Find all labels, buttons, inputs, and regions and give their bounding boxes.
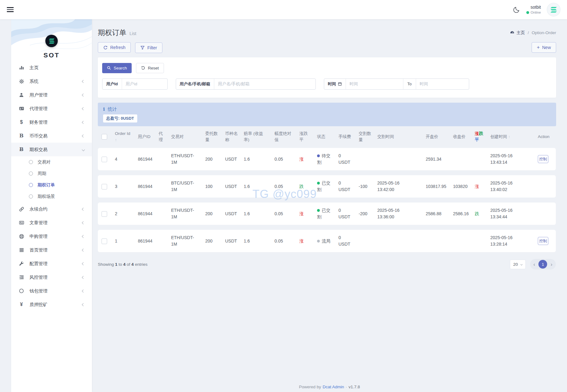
sidebar-item-文章管理[interactable]: 文章管理 [11, 216, 92, 229]
next-page-button[interactable]: › [551, 262, 552, 267]
newspaper-icon [18, 220, 25, 225]
table-header-row: Order Id↑用户ID代理交易对委托数量币种名称赔率 (收益率)幅度绝对值涨… [98, 131, 556, 143]
sidebar-item-配置管理[interactable]: 配置管理 [11, 257, 92, 270]
sidebar-logo[interactable] [45, 35, 58, 47]
cell-settle_qty [359, 230, 377, 252]
user-info[interactable]: sotbit Online [526, 4, 541, 15]
cell-id: 1 [115, 230, 138, 252]
submenu-dot-icon [29, 183, 33, 187]
table-row: 3861944BTC/USDT-1M100USDT1.60.05跌已交割0 US… [98, 175, 556, 198]
hamburger-menu-icon[interactable] [7, 6, 14, 13]
column-header-uid: 用户ID [138, 131, 159, 143]
chevron-left-icon [82, 107, 85, 110]
cell-uid: 861944 [138, 230, 159, 252]
refresh-button[interactable]: Refresh [98, 42, 131, 53]
search-button[interactable]: Search [102, 63, 132, 73]
filter-button[interactable]: Filter [135, 42, 162, 53]
control-button[interactable]: 控制 [538, 237, 548, 245]
sidebar-item-代理管理[interactable]: 代理管理 [11, 102, 92, 115]
chevron-left-icon [82, 207, 85, 211]
page-size-select[interactable]: 20 [510, 260, 526, 269]
cell-amp: 0.05 [274, 148, 299, 170]
sidebar-item-质押挖矿[interactable]: ¥质押挖矿 [11, 298, 92, 311]
sidebar-item-系统[interactable]: 系统 [11, 74, 92, 88]
time-to-input[interactable] [416, 79, 469, 89]
row-checkbox[interactable] [102, 238, 107, 244]
sidebar-item-期权交易[interactable]: Ƀ期权交易 [11, 143, 92, 156]
breadcrumb-separator: / [528, 30, 529, 35]
select-all-checkbox[interactable] [102, 134, 107, 140]
avatar[interactable] [547, 3, 560, 16]
statistics-title: 统计 [108, 106, 117, 112]
status-dot [317, 182, 320, 185]
sidebar-subitem-label: 期权订单 [38, 182, 55, 188]
time-from-input[interactable] [346, 79, 403, 89]
letter-b-icon: B [18, 133, 25, 138]
cell-pair: ETH/USDT-1M [171, 148, 205, 170]
cell-close: 2586.16 [453, 203, 475, 225]
cell-open: 103817.95 [426, 175, 453, 198]
sidebar-item-钱包管理[interactable]: 钱包管理 [11, 284, 92, 298]
chevron-left-icon [82, 134, 85, 137]
dcat-admin-link[interactable]: Dcat Admin [323, 385, 344, 389]
cell-checkbox [98, 175, 115, 198]
chevron-left-icon [82, 289, 85, 292]
sidebar-subitem-周期[interactable]: 周期 [11, 168, 92, 179]
sidebar-item-用户管理[interactable]: 用户管理 [11, 88, 92, 102]
brand-name: SOT [11, 51, 92, 59]
sidebar-item-主页[interactable]: 主页 [11, 61, 92, 74]
filter-time-range: 时间 To [324, 78, 469, 90]
dark-mode-moon-icon[interactable] [513, 6, 520, 13]
prev-page-button[interactable]: ‹ [533, 262, 535, 267]
user-name-input[interactable] [214, 79, 315, 89]
sidebar-item-label: 永续合约 [29, 206, 48, 212]
sidebar-item-label: 期权交易 [29, 147, 48, 153]
sidebar-item-永续合约[interactable]: 永续合约 [11, 202, 92, 216]
reset-button[interactable]: Reset [136, 63, 164, 73]
sidebar-subitem-label: 交易对 [38, 159, 51, 165]
cell-amount: 200 [205, 230, 225, 252]
column-header-created[interactable]: 创建时间 ↑ [490, 131, 538, 143]
column-header-amount: 委托数量 [205, 131, 225, 143]
page-subtitle: List [129, 31, 136, 36]
direction-value: 跌 [299, 184, 304, 189]
sidebar-item-财务管理[interactable]: $财务管理 [11, 115, 92, 129]
sidebar-item-币币交易[interactable]: B币币交易 [11, 129, 92, 143]
new-button[interactable]: + New [532, 42, 556, 53]
current-page-button[interactable]: 1 [538, 260, 547, 269]
cell-amount: 200 [205, 148, 225, 170]
control-button[interactable]: 控制 [538, 155, 548, 163]
column-header-coin: 币种名称 [225, 131, 244, 143]
sidebar-item-首页管理[interactable]: 首页管理 [11, 243, 92, 257]
pagination: Showing 1 to 4 of 4 entries 20 ‹ 1 › [98, 259, 556, 270]
row-checkbox[interactable] [102, 157, 107, 162]
cell-open: 2591.34 [426, 148, 453, 170]
chevron-left-icon [82, 80, 85, 83]
breadcrumb-home[interactable]: 主页 [510, 30, 525, 36]
sidebar-item-风控管理[interactable]: 风控管理 [11, 270, 92, 284]
sidebar-subitem-label: 周期 [38, 171, 46, 176]
indent-list-icon [18, 275, 25, 280]
sidebar-subitem-期权订单[interactable]: 期权订单 [11, 179, 92, 191]
row-checkbox[interactable] [102, 211, 107, 217]
cell-action [538, 175, 556, 198]
chevron-left-icon [82, 262, 85, 265]
column-header-odds: 赔率 (收益率) [244, 131, 274, 143]
cell-settle_qty: -200 [359, 203, 377, 225]
sidebar-item-label: 钱包管理 [29, 288, 48, 294]
cell-close [453, 230, 475, 252]
sidebar-item-申购管理[interactable]: 申购管理 [11, 229, 92, 243]
user-id-input[interactable] [122, 79, 167, 89]
sidebar-subitem-交易对[interactable]: 交易对 [11, 156, 92, 168]
row-checkbox[interactable] [102, 184, 107, 189]
cell-created: 2025-05-16 13:40:02 [490, 175, 538, 198]
sidebar-item-label: 配置管理 [29, 261, 48, 267]
sidebar-item-label: 主页 [29, 65, 39, 71]
column-header-id[interactable]: Order Id↑ [115, 131, 138, 143]
cell-uid: 861944 [138, 175, 159, 198]
cell-open: 2586.88 [426, 203, 453, 225]
yen-icon: ¥ [18, 302, 25, 307]
sidebar-subitem-期权场景[interactable]: 期权场景 [11, 191, 92, 202]
cell-action: 控制 [538, 148, 556, 170]
cell-result [475, 148, 490, 170]
